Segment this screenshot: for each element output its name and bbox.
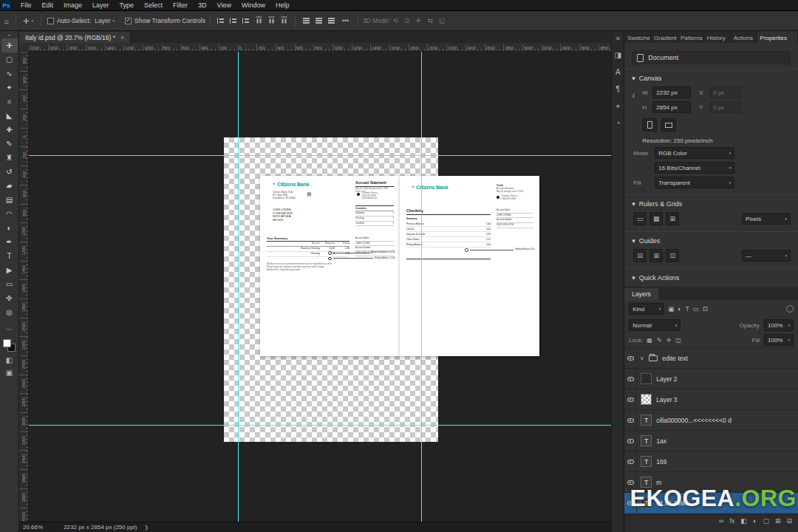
magic-wand-tool[interactable]: ✦ [1, 81, 18, 95]
guide-vertical-1[interactable] [238, 52, 239, 522]
distribute-horizontal-icon[interactable] [315, 17, 323, 24]
lock-position-icon[interactable]: ✛ [666, 337, 672, 344]
visibility-eye-icon[interactable] [624, 369, 637, 389]
type-tool[interactable]: T [1, 249, 18, 263]
rulers-grids-section-header[interactable]: ▾ Rulers & Grids [624, 194, 798, 211]
menu-item[interactable]: 3D [193, 0, 212, 11]
align-bottom-icon[interactable] [280, 17, 287, 25]
history-brush-tool[interactable]: ↺ [1, 165, 18, 179]
portrait-orientation-button[interactable] [642, 118, 657, 132]
ruler-horizontal[interactable]: 2200200018001600140012001000800600400200… [19, 43, 611, 52]
menu-item[interactable]: Type [115, 0, 140, 11]
filter-kind-dropdown[interactable]: Kind▾ [629, 303, 664, 315]
ruler-vertical[interactable]: 8006004002000200400600800100012001400160… [19, 52, 29, 522]
layers-tab[interactable]: Layers [624, 288, 658, 300]
menu-item[interactable]: Edit [37, 0, 59, 11]
lock-pixels-icon[interactable]: ✎ [656, 337, 663, 344]
hand-tool[interactable]: ✜ [1, 291, 18, 305]
zoom-level[interactable]: 20.66% [23, 524, 43, 531]
guide-horizontal-2[interactable] [29, 425, 611, 426]
width-field[interactable]: 2232 px [652, 86, 691, 98]
pen-tool[interactable]: ✒ [1, 235, 18, 249]
move-tool-preset-icon[interactable]: ✛ [23, 17, 29, 25]
document-tab[interactable]: Italy id.psd @ 20.7% (RGB/16) * × [19, 32, 131, 43]
color-mode-dropdown[interactable]: RGB Color▾ [655, 147, 734, 159]
layer-name[interactable]: 1ax [656, 437, 666, 445]
quick-mask-icon[interactable]: ◧ [6, 356, 13, 364]
marquee-tool[interactable]: ▢ [1, 52, 18, 66]
zoom-tool[interactable]: ◎ [1, 305, 18, 319]
home-icon[interactable]: ⌂ [4, 17, 9, 25]
path-select-tool[interactable]: ▶ [1, 263, 18, 277]
filter-toggle-icon[interactable] [786, 305, 794, 313]
guide-style-dropdown[interactable]: —▾ [742, 250, 791, 262]
opacity-dropdown[interactable]: 100%▾ [764, 319, 794, 331]
blend-mode-dropdown[interactable]: Normal▾ [629, 319, 681, 331]
grid-toggle-icon[interactable]: ▦ [649, 212, 663, 225]
quick-actions-section-header[interactable]: ▾ Quick Actions [624, 268, 798, 284]
clear-guides-icon[interactable]: ⊡ [666, 249, 679, 262]
layer-row[interactable]: ∨ T Layer 2 [624, 369, 798, 389]
show-transform-checkbox[interactable] [125, 18, 132, 24]
distribute-spacing-icon[interactable] [327, 17, 335, 24]
layer-name[interactable]: 169 [656, 458, 666, 466]
3d-roll-icon[interactable]: ⊙ [404, 17, 410, 24]
panel-tab[interactable]: Actions [731, 31, 757, 43]
paragraph-panel-icon[interactable]: ¶ [616, 85, 620, 94]
menu-item[interactable]: Window [236, 0, 270, 11]
align-middle-icon[interactable] [267, 17, 275, 25]
layer-thumbnail[interactable] [641, 373, 652, 384]
canvas-viewport[interactable]: 2200200018001600140012001000800600400200… [19, 43, 611, 522]
dodge-tool[interactable]: ◐ [1, 221, 18, 235]
clone-source-panel-icon[interactable]: ⌖ [615, 102, 620, 111]
3d-pan-icon[interactable]: ✛ [416, 17, 422, 24]
visibility-eye-icon[interactable] [624, 431, 637, 451]
panel-tab[interactable]: Patterns [678, 31, 704, 43]
eraser-tool[interactable]: ▰ [1, 179, 18, 193]
landscape-orientation-button[interactable] [661, 118, 676, 132]
panel-tab[interactable]: History [704, 31, 731, 43]
character-panel-icon[interactable]: A [615, 68, 621, 77]
adjustment-layer-icon[interactable]: ◐ [753, 517, 757, 525]
auto-select-target-dropdown[interactable]: Layer [95, 17, 110, 24]
align-right-icon[interactable] [242, 17, 250, 24]
menu-item[interactable]: View [212, 0, 236, 11]
lock-transparency-icon[interactable]: ▦ [646, 337, 653, 344]
edit-toolbar-icon[interactable]: ⋯ [6, 325, 13, 333]
visibility-eye-icon[interactable] [624, 451, 637, 471]
filter-shape-layers-icon[interactable]: ▭ [692, 305, 700, 313]
visibility-eye-icon[interactable] [624, 389, 637, 409]
healing-brush-tool[interactable]: ✚ [1, 123, 18, 137]
toolbar-expand-icon[interactable]: » [8, 33, 10, 38]
auto-select-checkbox[interactable] [47, 18, 54, 24]
guide-horizontal-1[interactable] [29, 155, 611, 156]
layer-row[interactable]: ∨ T edite text [624, 348, 798, 369]
delete-layer-icon[interactable]: ⊟ [786, 517, 792, 525]
lasso-tool[interactable]: ∿ [1, 66, 18, 81]
filter-type-layers-icon[interactable]: T [684, 305, 689, 313]
blur-tool[interactable]: ◠ [1, 207, 18, 221]
rulers-toggle-icon[interactable]: ▭ [633, 212, 647, 225]
filter-adjustment-layers-icon[interactable]: ◐ [677, 305, 682, 313]
bit-depth-dropdown[interactable]: 16 Bits/Channel▾ [655, 162, 734, 174]
add-guides-icon[interactable]: ⊟ [633, 249, 647, 262]
shape-tool[interactable]: ▭ [1, 277, 18, 291]
guide-layout-icon[interactable]: ⊞ [649, 249, 663, 262]
new-group-icon[interactable]: ▢ [763, 517, 769, 525]
fill-dropdown[interactable]: 100%▾ [764, 334, 794, 346]
collapse-panels-icon[interactable]: « [615, 34, 620, 43]
menu-item[interactable]: File [16, 0, 37, 11]
layer-effects-icon[interactable]: fx [729, 517, 734, 525]
menu-item[interactable]: Select [139, 0, 168, 11]
color-swatches[interactable] [3, 339, 16, 352]
close-tab-icon[interactable]: × [120, 34, 124, 41]
timeline-panel-icon[interactable]: ◔ [615, 119, 620, 128]
panel-tab[interactable]: Swatches [624, 31, 651, 43]
link-layers-icon[interactable]: ∞ [719, 517, 723, 525]
gradient-tool[interactable]: ▤ [1, 193, 18, 207]
3d-slide-icon[interactable]: ⇆ [427, 17, 433, 24]
group-expand-icon[interactable]: ∨ [640, 355, 644, 361]
screen-mode-icon[interactable]: ▣ [6, 369, 13, 377]
panel-tab[interactable]: Gradients [651, 31, 678, 43]
align-left-icon[interactable] [217, 17, 225, 24]
